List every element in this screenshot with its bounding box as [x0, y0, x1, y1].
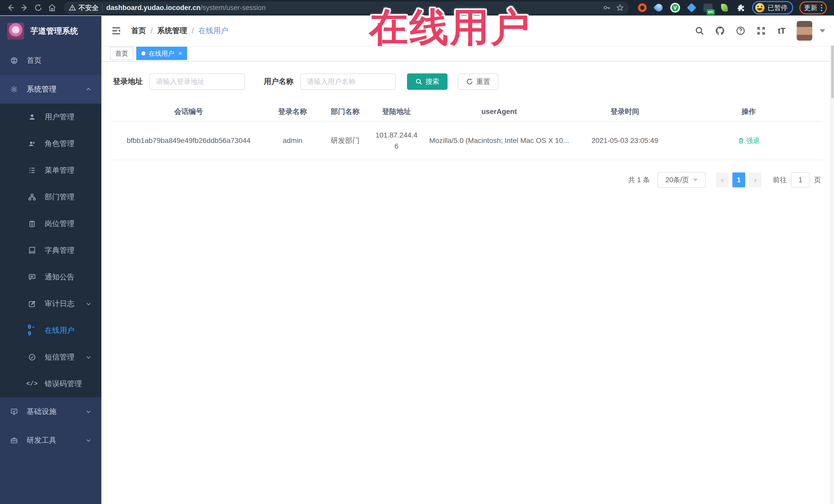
- toolbox-icon: [10, 437, 19, 444]
- forward-icon[interactable]: [19, 2, 30, 14]
- org-tree-icon: [28, 193, 37, 201]
- tag-label: 首页: [115, 49, 128, 58]
- sidebar-item-errcode-mgmt[interactable]: </> 错误码管理: [0, 371, 101, 397]
- chevron-up-icon: [85, 86, 92, 92]
- force-logout-button[interactable]: 强退: [738, 136, 760, 145]
- fullscreen-icon[interactable]: [755, 25, 767, 37]
- sidebar-item-system[interactable]: 系统管理: [0, 75, 101, 104]
- total-count: 共 1 条: [628, 175, 650, 184]
- browser-menu-icon[interactable]: [821, 5, 822, 11]
- sidebar-item-label: 通知公告: [45, 272, 92, 282]
- breadcrumb-home[interactable]: 首页: [131, 26, 146, 36]
- sidebar-item-home[interactable]: 首页: [0, 46, 101, 75]
- extensions-row: V en 已暂停 更新: [635, 1, 829, 14]
- font-size-icon[interactable]: tT: [776, 25, 787, 37]
- sidebar-item-label: 用户管理: [45, 112, 92, 122]
- sidebar-item-infrastructure[interactable]: 基础设施: [0, 397, 101, 426]
- app-logo[interactable]: 芋道管理系统: [0, 16, 101, 46]
- back-icon[interactable]: [5, 2, 17, 14]
- tag-home[interactable]: 首页: [110, 47, 133, 60]
- sidebar-item-post-mgmt[interactable]: 岗位管理: [0, 211, 101, 237]
- cell-department: 研发部门: [321, 136, 370, 146]
- tag-label: 在线用户: [149, 49, 174, 58]
- chevron-down-icon: [85, 409, 92, 415]
- github-icon[interactable]: [715, 25, 726, 37]
- column-header[interactable]: 会话编号: [113, 107, 264, 116]
- gear-icon: [10, 85, 19, 93]
- prev-page-button[interactable]: ‹: [716, 172, 729, 187]
- column-header[interactable]: 登录名称: [264, 107, 321, 116]
- sidebar-collapse-icon[interactable]: [110, 25, 123, 37]
- menu-list-icon: [28, 167, 37, 174]
- extension-drop-icon[interactable]: [654, 3, 664, 13]
- search-icon[interactable]: [694, 25, 705, 37]
- extension-green-check-icon[interactable]: V: [670, 3, 680, 13]
- user-menu-caret-icon[interactable]: [820, 29, 825, 32]
- extension-translate-icon[interactable]: en: [703, 3, 713, 13]
- update-label: 更新: [804, 3, 817, 12]
- online-users-icon: 0-9: [28, 324, 37, 337]
- next-page-button[interactable]: ›: [749, 172, 762, 187]
- home-icon: [10, 57, 19, 64]
- extensions-puzzle-icon[interactable]: [736, 3, 746, 13]
- active-dot-icon: [141, 51, 146, 56]
- sidebar-item-user-mgmt[interactable]: 用户管理: [0, 104, 101, 130]
- sidebar-item-role-mgmt[interactable]: 角色管理: [0, 130, 101, 157]
- breadcrumb-current: 在线用户: [198, 26, 228, 36]
- search-button[interactable]: 搜索: [407, 73, 447, 90]
- pagination: 共 1 条 20条/页 ‹ 1 › 前往 页: [113, 172, 822, 188]
- page-content: 登录地址 用户名称 搜索 重置 会话编号: [101, 62, 834, 504]
- goto-page-input[interactable]: [791, 172, 810, 188]
- column-header[interactable]: 部门名称: [321, 107, 370, 116]
- browser-update-button[interactable]: 更新: [799, 1, 827, 14]
- username-input[interactable]: [300, 73, 396, 90]
- scrollbar[interactable]: [830, 16, 834, 504]
- sidebar-item-online-users[interactable]: 0-9 在线用户: [0, 317, 101, 344]
- sidebar-item-audit-log[interactable]: 审计日志: [0, 290, 101, 317]
- cell-user-agent: Mozilla/5.0 (Macintosh; Intel Mac OS X 1…: [423, 136, 575, 145]
- tag-online-users[interactable]: 在线用户 ×: [136, 47, 187, 60]
- profile-paused-pill[interactable]: 已暂停: [752, 1, 793, 14]
- sidebar: 芋道管理系统 首页 系统管理 用户管理 角色管理 菜单管理: [0, 16, 101, 504]
- breadcrumb-parent[interactable]: 系统管理: [157, 26, 187, 36]
- ip-field-label: 登录地址: [113, 76, 143, 87]
- sidebar-item-dept-mgmt[interactable]: 部门管理: [0, 184, 101, 211]
- chevron-down-icon: [85, 301, 92, 307]
- address-bar[interactable]: 不安全 dashboard.yudao.iocoder.cn/system/us…: [64, 2, 629, 14]
- security-label: 不安全: [79, 3, 98, 12]
- page-size-select[interactable]: 20条/页: [657, 172, 706, 188]
- tag-close-icon[interactable]: ×: [178, 50, 182, 57]
- extension-ubuntu-icon[interactable]: [637, 3, 648, 13]
- sidebar-item-notice[interactable]: 通知公告: [0, 264, 101, 290]
- password-key-icon[interactable]: [603, 4, 611, 12]
- page-number-1[interactable]: 1: [732, 172, 745, 187]
- sidebar-item-menu-mgmt[interactable]: 菜单管理: [0, 157, 101, 184]
- sidebar-item-label: 岗位管理: [45, 219, 92, 229]
- help-icon[interactable]: [735, 25, 746, 37]
- column-header[interactable]: userAgent: [423, 108, 575, 116]
- login-address-input[interactable]: [149, 73, 245, 90]
- column-header[interactable]: 登陆地址: [370, 107, 423, 116]
- security-badge[interactable]: 不安全: [69, 3, 98, 12]
- home-nav-icon[interactable]: [46, 2, 58, 14]
- page-unit-label: 页: [814, 175, 821, 184]
- code-icon: </>: [28, 380, 37, 387]
- reload-icon[interactable]: [32, 2, 44, 14]
- extension-diamond-icon[interactable]: [686, 3, 697, 13]
- cell-session-id: bfbb1ab79ba849e49fb26ddb56a73044: [113, 136, 264, 145]
- url-text[interactable]: dashboard.yudao.iocoder.cn/system/user-s…: [106, 4, 266, 12]
- paused-label: 已暂停: [768, 3, 788, 12]
- column-header[interactable]: 登录时间: [575, 107, 675, 116]
- goto-label: 前往: [773, 175, 787, 184]
- emoji-avatar-icon: [755, 3, 765, 12]
- column-header[interactable]: 操作: [675, 107, 822, 116]
- breadcrumb: 首页 / 系统管理 / 在线用户: [131, 26, 228, 36]
- sidebar-item-sms-mgmt[interactable]: 短信管理: [0, 344, 101, 371]
- bookmark-star-icon[interactable]: [616, 4, 624, 12]
- sidebar-item-dict-mgmt[interactable]: 字典管理: [0, 237, 101, 264]
- reset-button[interactable]: 重置: [458, 73, 498, 90]
- extension-leaf-icon[interactable]: [719, 3, 729, 13]
- sidebar-item-dev-tools[interactable]: 研发工具: [0, 426, 101, 455]
- avatar[interactable]: [796, 21, 812, 41]
- sidebar-item-label: 基础设施: [27, 407, 77, 417]
